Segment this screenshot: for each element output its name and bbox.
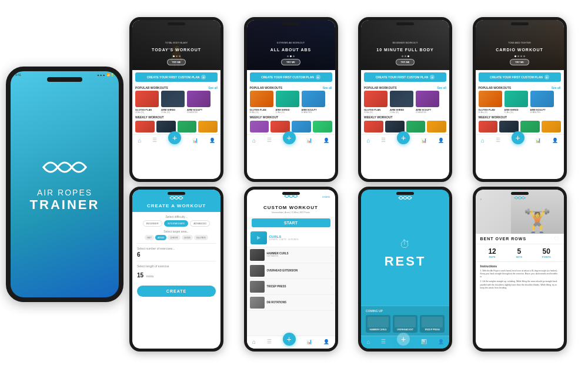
nav-stats-3[interactable]: 📊	[421, 138, 427, 143]
see-all[interactable]: See all	[208, 86, 218, 89]
exercise-hammer[interactable]: HAMMER CURLS SUPINATED ›	[247, 247, 335, 263]
nav-stats-4[interactable]: 📊	[535, 138, 541, 143]
nav-home-3[interactable]: ⌂	[366, 137, 370, 144]
nav-profile-4[interactable]: 👤	[552, 138, 558, 143]
see-all-3[interactable]: See all	[437, 86, 446, 89]
coming-up-label: COMING UP	[366, 309, 445, 313]
see-all-4[interactable]: See all	[552, 86, 561, 89]
workout-thumb-3b[interactable]: ARM SHRED 15 Min (15)	[390, 91, 413, 114]
exercise-overhead[interactable]: OVERHEAD EXTENSION ›	[247, 263, 335, 279]
nav-list-7[interactable]: ☰	[381, 339, 386, 344]
cw-share[interactable]: SHARE	[322, 195, 330, 198]
nav-add-3[interactable]: +	[397, 131, 410, 144]
try-me-btn-2[interactable]: TRY ME	[281, 59, 300, 65]
weekly-4-b1[interactable]	[479, 121, 498, 132]
difficulty-label: Select difficulty...	[137, 215, 216, 218]
nav-stats-7[interactable]: 📊	[421, 339, 427, 344]
workout-thumb-3c[interactable]: ARM SCULPT 20 MINUTES	[416, 91, 439, 114]
see-all-2[interactable]: See all	[323, 86, 332, 89]
nav-home-2[interactable]: ⌂	[252, 137, 256, 144]
nav-stats-2[interactable]: 📊	[306, 138, 312, 143]
weekly-b3[interactable]	[178, 121, 197, 132]
target-arms[interactable]: ARMS	[155, 235, 167, 240]
screen-10-minute: BEGINNER WORKOUT 10 MINUTE FULL BODY TRY…	[361, 20, 449, 179]
nav-add-2[interactable]: +	[283, 131, 296, 144]
nav-list-6[interactable]: ☰	[267, 339, 272, 344]
weekly-b2-2[interactable]	[270, 121, 290, 132]
weekly-3-b4[interactable]	[427, 121, 446, 132]
nav-list-4[interactable]: ☰	[496, 137, 500, 143]
try-me-btn-3[interactable]: TRY ME	[396, 59, 415, 65]
nav-stats-6[interactable]: 📊	[306, 339, 312, 344]
weekly-3-b3[interactable]	[406, 121, 426, 132]
target-glutes[interactable]: GLUTES	[194, 235, 208, 240]
cw-title-row: CUSTOM WORKOUT	[252, 201, 330, 211]
target-chest[interactable]: CHEST	[168, 235, 181, 240]
nav-profile-2[interactable]: 👤	[323, 138, 329, 143]
nav-profile-1[interactable]: 👤	[209, 138, 215, 143]
weekly-b4[interactable]	[198, 121, 218, 132]
nav-home-7[interactable]: ⌂	[366, 339, 370, 345]
diff-beginner[interactable]: BEGINNER	[143, 220, 162, 227]
weekly-b3-2[interactable]	[292, 121, 311, 132]
create-plan-btn-2[interactable]: CREATE YOUR FIRST CUSTOM PLAN +	[250, 72, 332, 82]
dots-1	[173, 55, 181, 57]
nav-home-4[interactable]: ⌂	[481, 137, 485, 144]
weekly-b1-2[interactable]	[250, 121, 269, 132]
try-me-btn-4[interactable]: TRY ME	[510, 59, 529, 65]
nav-profile-3[interactable]: 👤	[438, 138, 444, 143]
workout-thumb-arm[interactable]: ARM SHRED 15 Min (15)	[161, 91, 185, 114]
create-plan-btn-4[interactable]: CREATE YOUR FIRST CUSTOM PLAN +	[479, 72, 561, 82]
nav-stats-1[interactable]: 📊	[192, 138, 198, 143]
nav-profile-6[interactable]: 👤	[323, 339, 329, 344]
nav-add-7[interactable]: +	[397, 333, 410, 346]
workout-thumb-2a[interactable]: GLUTES PLAN 30 Min (15)	[250, 91, 273, 114]
weekly-3-b1[interactable]	[364, 121, 383, 132]
nav-home-1[interactable]: ⌂	[138, 137, 141, 144]
nav-profile-7[interactable]: 👤	[438, 339, 444, 344]
current-exercise[interactable]: ▶ CURLS 10 REPS · 3 SETS · 50 POINTS	[247, 229, 335, 247]
dot	[514, 55, 516, 57]
nav-home-6[interactable]: ⌂	[252, 339, 256, 345]
diff-intermediate[interactable]: INTERMEDIATE	[164, 220, 188, 227]
create-plan-btn-3[interactable]: CREATE YOUR FIRST CUSTOM PLAN +	[364, 72, 446, 82]
weekly-3-b2[interactable]	[385, 121, 405, 132]
weekly-b2[interactable]	[156, 121, 176, 132]
weekly-b1[interactable]	[135, 121, 155, 132]
weekly-4-b3[interactable]	[520, 121, 540, 132]
arrow-overhead: ›	[331, 269, 332, 273]
target-hiit[interactable]: HIIT	[145, 235, 154, 240]
nav-list-1[interactable]: ☰	[152, 137, 157, 143]
coming-up-items: HAMMER CURLS OVERHEAD EXT TRICEP PRESS	[366, 315, 445, 333]
dot	[402, 55, 403, 57]
create-plan-btn-1[interactable]: CREATE YOUR FIRST CUSTOM PLAN +	[135, 72, 218, 82]
try-me-btn-1[interactable]: TRY ME	[167, 59, 186, 65]
nav-add-4[interactable]: +	[512, 131, 524, 144]
workout-thumb-4b[interactable]: ARM SHRED 15 Min (15)	[505, 91, 528, 114]
coming-thumb-3	[422, 317, 443, 327]
ex-heart-icon[interactable]: ♡	[554, 236, 559, 242]
target-section: Select target area... HIIT ARMS CHEST LE…	[137, 230, 216, 240]
workout-thumb-sculpt[interactable]: ARM SCULPT 20 MINUTES	[187, 91, 211, 114]
exercise-db[interactable]: DB ROTATIONS ›	[247, 295, 335, 311]
cw-start-btn[interactable]: START	[252, 218, 330, 227]
exercise-tricep[interactable]: TRICEP PRESS ›	[247, 279, 335, 295]
workout-thumb-4a[interactable]: GLUTES PLAN 30 Min (15)	[479, 91, 502, 114]
difficulty-buttons: BEGINNER INTERMEDIATE ADVANCED	[137, 220, 216, 227]
weekly-4-b4[interactable]	[542, 121, 561, 132]
create-button[interactable]: CREATE	[137, 286, 216, 297]
weekly-4-b2[interactable]	[499, 121, 519, 132]
ex-back-btn[interactable]: ‹	[480, 193, 482, 203]
nav-add-6[interactable]: +	[283, 333, 296, 346]
workout-thumb-2b[interactable]: ARM SHRED 15 Min (15)	[276, 91, 299, 114]
diff-advanced[interactable]: ADVANCED	[190, 220, 210, 227]
nav-list-2[interactable]: ☰	[267, 137, 272, 143]
workout-thumb-2c[interactable]: ARM SCULPT 20 MINUTES	[302, 91, 325, 114]
nav-list-3[interactable]: ☰	[381, 137, 386, 143]
target-legs[interactable]: LEGS	[182, 235, 193, 240]
nav-add-1[interactable]: +	[168, 131, 181, 144]
workout-thumb-glutes[interactable]: GLUTES PLAN 30 Min (15)	[135, 91, 159, 114]
workout-thumb-3a[interactable]: GLUTES PLAN 30 Min (15)	[364, 91, 387, 114]
weekly-b4-2[interactable]	[313, 121, 332, 132]
workout-thumb-4c[interactable]: ARM SCULPT 20 MINUTES	[530, 91, 554, 114]
